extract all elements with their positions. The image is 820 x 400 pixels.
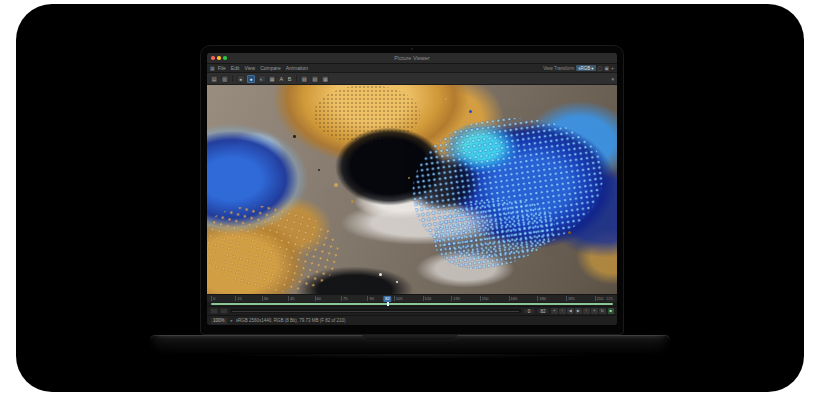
compare-a-button[interactable]: A	[279, 76, 285, 82]
ruler-tick: 150	[480, 296, 489, 301]
checker-icon[interactable]: ▦	[268, 75, 276, 83]
frame-current-field[interactable]: 82	[537, 308, 549, 314]
ruler-tick: 180	[537, 296, 546, 301]
ruler-tick: 105	[394, 296, 403, 301]
zoom-level-field[interactable]: 100%	[210, 317, 228, 325]
chevron-down-icon: ▾	[591, 66, 593, 71]
transport-button[interactable]: ◀	[567, 308, 574, 315]
webcam-icon	[411, 48, 413, 50]
view-transform-value: sRGB	[578, 66, 590, 71]
range-slider[interactable]	[230, 309, 521, 313]
filter-icon[interactable]: ▾	[611, 76, 614, 82]
playhead-frame-badge[interactable]: 82	[384, 296, 391, 302]
ruler-tick: 120	[423, 296, 432, 301]
ruler-tick: 210	[595, 296, 604, 301]
add-view-icon[interactable]: +	[611, 65, 614, 71]
status-bar: 100% ▸ sRGB 2560x1440, RGB (8 Bit), 79.7…	[207, 315, 617, 325]
ruler-tick: 195	[566, 296, 575, 301]
ruler-end-label: 225	[606, 296, 613, 301]
timeline-ruler[interactable]: 0153045607590105120135150165180195210 22…	[207, 294, 617, 302]
menu-item[interactable]: Edit	[231, 65, 240, 71]
ruler-ticks: 0153045607590105120135150165180195210	[211, 296, 603, 301]
macbook-lid: Picture Viewer ▦ FileEditViewCompareAnim…	[200, 45, 624, 335]
frame-start-field[interactable]: 0	[523, 308, 535, 314]
menubar: ▦ FileEditViewCompareAnimation View Tran…	[207, 64, 617, 73]
transport-button[interactable]: »	[591, 308, 598, 315]
menu-items: FileEditViewCompareAnimation	[218, 65, 308, 71]
contrast-icon[interactable]: ◐	[258, 75, 266, 83]
transport-button[interactable]: ↻	[599, 308, 606, 315]
layout-icon[interactable]: ▣	[604, 65, 609, 71]
ruler-tick: 60	[315, 296, 321, 301]
image-info-text: sRGB 2560x1440, RGB (8 Bit), 79.73 MB (F…	[236, 318, 346, 323]
window-title: Picture Viewer	[207, 55, 617, 61]
compare-b-button[interactable]: B	[287, 76, 293, 82]
ruler-tick: 75	[341, 296, 347, 301]
range-option-icon[interactable]	[210, 308, 218, 314]
transport-button[interactable]: ▶	[575, 308, 582, 315]
zoom-tool-icon[interactable]: ●	[247, 75, 255, 83]
transport-button[interactable]: ‹	[559, 308, 566, 315]
macbook-screen: Picture Viewer ▦ FileEditViewCompareAnim…	[207, 53, 617, 325]
artwork-droplet	[351, 200, 354, 203]
transport-button[interactable]: «	[551, 308, 558, 315]
app-icon: ▦	[210, 65, 215, 71]
menu-item[interactable]: Animation	[286, 65, 308, 71]
artwork-droplet	[293, 135, 296, 138]
transport-controls: «‹◀▶›»↻	[551, 308, 606, 315]
menu-item[interactable]: File	[218, 65, 226, 71]
toolbar: ▤ ▥ ● ● ◐ ▦ A B ▧ ▨ ▩ ▾	[207, 73, 617, 85]
status-marker-icon: ▸	[231, 318, 233, 323]
ruler-tick: 15	[235, 296, 241, 301]
histogram-icon[interactable]: ▧	[300, 75, 308, 83]
layers-icon[interactable]: ▨	[311, 75, 319, 83]
macbook-base	[150, 335, 670, 354]
transport-bar: 0 82 «‹◀▶›»↻ ■	[207, 306, 617, 315]
menu-item[interactable]: View	[244, 65, 255, 71]
ruler-tick: 90	[367, 296, 373, 301]
copy-icon[interactable]: ▥	[221, 75, 229, 83]
macbook-lid-notch	[362, 335, 458, 341]
macbook-shadow	[166, 354, 654, 360]
artwork-gold-speckles	[314, 85, 421, 144]
ruler-tick: 30	[262, 296, 268, 301]
panel-icon[interactable]: ▢	[598, 65, 603, 71]
viewer-canvas[interactable]	[207, 85, 617, 294]
timeline-progress-fill	[211, 303, 613, 305]
pan-tool-icon[interactable]: ●	[237, 75, 245, 83]
view-transform-dropdown[interactable]: sRGB ▾	[576, 65, 595, 72]
settings-icon[interactable]: ▩	[321, 75, 329, 83]
ruler-tick: 45	[288, 296, 294, 301]
ruler-tick: 135	[451, 296, 460, 301]
ruler-tick: 0	[211, 296, 215, 301]
page: Picture Viewer ▦ FileEditViewCompareAnim…	[0, 0, 820, 400]
view-transform-label: View Transform	[543, 66, 574, 71]
menu-item[interactable]: Compare	[260, 65, 281, 71]
save-icon[interactable]: ▤	[210, 75, 218, 83]
ruler-tick: 165	[509, 296, 518, 301]
transport-button[interactable]: ›	[583, 308, 590, 315]
window-titlebar: Picture Viewer	[207, 53, 617, 64]
stage-background: Picture Viewer ▦ FileEditViewCompareAnim…	[16, 4, 804, 392]
toolbar-separator	[296, 75, 297, 82]
loop-active-button[interactable]: ■	[608, 308, 615, 315]
timeline-progress-track[interactable]	[207, 302, 617, 306]
playhead-marker[interactable]	[387, 302, 389, 306]
toolbar-separator	[232, 75, 233, 82]
range-option-icon[interactable]	[220, 308, 228, 314]
